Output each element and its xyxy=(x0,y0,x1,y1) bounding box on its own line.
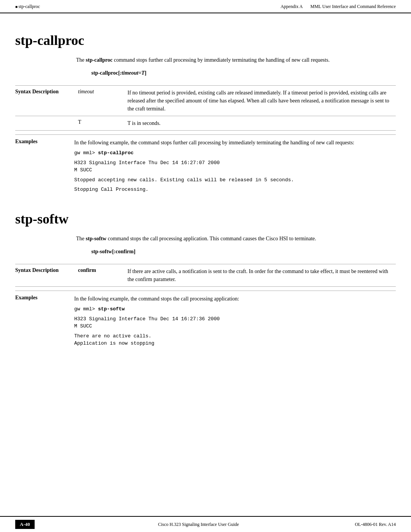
syntax2-desc-row-1: Syntax Description confirm If there are … xyxy=(15,264,396,287)
syntax-desc-term-1: timeout xyxy=(74,86,127,116)
syntax2-desc-label-1: Syntax Description xyxy=(15,264,74,286)
section1-syntax-close: ] xyxy=(145,70,147,76)
syntax-desc-row-1: Syntax Description timeout If no timeout… xyxy=(15,85,396,116)
section2-syntax-italic: :confirm xyxy=(114,249,134,254)
section1-cmd-1: stp-callproc xyxy=(98,150,134,156)
page-footer: A-40 Cisco H.323 Signaling Interface Use… xyxy=(0,516,411,532)
footer-center-text: Cisco H.323 Signaling Interface User Gui… xyxy=(42,522,355,527)
syntax-desc-desc-1: If no timeout period is provided, existi… xyxy=(127,86,396,116)
section1-description: The stp-callproc command stops further c… xyxy=(76,56,396,64)
section1-desc-suffix: command stops further call processing by… xyxy=(113,57,330,63)
footer-page-badge: A-40 xyxy=(15,520,35,529)
syntax-desc-row-2: T T is in seconds. xyxy=(15,116,396,131)
section2-syntax-desc: Syntax Description confirm If there are … xyxy=(15,264,396,287)
section1-desc-prefix: The xyxy=(76,57,86,63)
header-appendix: Appendix A xyxy=(280,4,303,10)
syntax-desc-term-2: T xyxy=(74,116,127,130)
section2-prompt-1: gw mml> xyxy=(74,306,98,312)
section2-examples-outer: Examples In the following example, the c… xyxy=(15,291,396,353)
section1-syntax: stp-callproc[:timeout=T] xyxy=(91,70,396,76)
header-left-label: stp-callproc xyxy=(15,4,40,10)
page-content: stp-callproc The stp-callproc command st… xyxy=(0,13,411,395)
section2-syntax-close: ] xyxy=(134,249,135,254)
section-stp-softw: stp-softw The stp-softw command stops th… xyxy=(15,211,396,353)
section-stp-callproc: stp-callproc The stp-callproc command st… xyxy=(15,32,396,200)
section2-syntax: stp-softw[:confirm] xyxy=(91,249,396,255)
section2-examples-label: Examples xyxy=(15,295,74,350)
section1-prompt-1: gw mml> xyxy=(74,150,98,156)
syntax-desc-desc-2: T is in seconds. xyxy=(127,116,396,130)
section1-code-3: Stopped accepting new calls. Existing ca… xyxy=(74,176,396,184)
footer-right-text: OL-4806-01 Rev. A14 xyxy=(355,522,396,527)
section1-syntax-italic: :timeout=T xyxy=(120,70,145,76)
section1-code-1: gw mml> stp-callproc xyxy=(74,149,396,157)
section2-syntax-label: stp-softw[ xyxy=(91,249,114,254)
section1-syntax-label: stp-callproc[ xyxy=(91,70,120,76)
section2-code-1: gw mml> stp-softw xyxy=(74,305,396,313)
section1-syntax-desc: Syntax Description timeout If no timeout… xyxy=(15,85,396,131)
section1-examples-label: Examples xyxy=(15,139,74,196)
section2-examples-intro: In the following example, the command st… xyxy=(74,295,396,303)
section2-desc-suffix: command stops the call processing applic… xyxy=(107,236,316,241)
syntax2-desc-desc-1: If there are active calls, a notificatio… xyxy=(127,264,396,286)
section1-examples: Examples In the following example, the c… xyxy=(15,134,396,200)
section1-title: stp-callproc xyxy=(15,32,396,48)
page-header: stp-callproc Appendix A MML User Interfa… xyxy=(0,0,411,13)
syntax-desc-label-1: Syntax Description xyxy=(15,86,74,116)
syntax-desc-label-2 xyxy=(15,116,74,130)
section2-desc-prefix: The xyxy=(76,236,86,241)
section1-desc-bold: stp-callproc xyxy=(86,57,113,63)
section2-examples: Examples In the following example, the c… xyxy=(15,291,396,353)
section2-code-2: H323 Signaling Interface Thu Dec 14 16:2… xyxy=(74,315,396,330)
section1-examples-content: In the following example, the command st… xyxy=(74,139,396,196)
section2-code-3: There are no active calls.Application is… xyxy=(74,332,396,347)
section1-code-4: Stopping Call Processing. xyxy=(74,186,396,193)
header-right: Appendix A MML User Interface and Comman… xyxy=(280,4,396,10)
section1-examples-outer: Examples In the following example, the c… xyxy=(15,134,396,200)
section2-title: stp-softw xyxy=(15,211,396,227)
section1-code-2: H323 Signaling Interface Thu Dec 14 16:2… xyxy=(74,159,396,174)
section2-examples-content: In the following example, the command st… xyxy=(74,295,396,350)
section2-desc-bold: stp-softw xyxy=(86,236,106,241)
header-title: MML User Interface and Command Reference xyxy=(311,4,396,10)
section1-examples-intro: In the following example, the command st… xyxy=(74,139,396,147)
section2-cmd-1: stp-softw xyxy=(98,306,124,312)
syntax2-desc-term-1: confirm xyxy=(74,264,127,286)
section2-description: The stp-softw command stops the call pro… xyxy=(76,235,396,243)
